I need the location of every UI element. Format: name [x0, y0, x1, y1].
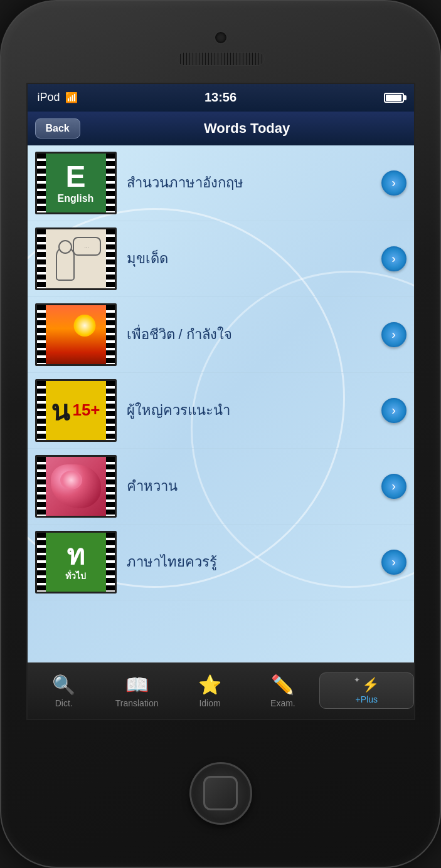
thai-word: ทั่วไป: [65, 569, 86, 583]
item-label: ผู้ใหญ่ควรแนะนำ: [117, 399, 381, 421]
tab-plus[interactable]: ✦ ⚡ +Plus: [319, 672, 413, 709]
thai-char: ท: [66, 541, 85, 569]
thumbnail-sunset: [35, 303, 117, 366]
status-time: 13:56: [205, 90, 236, 105]
list-item[interactable]: ท ทั่วไป ภาษาไทยควรรู้ ›: [28, 525, 414, 600]
item-label: มุขเด็ด: [117, 248, 381, 269]
translation-icon: 📖: [125, 674, 149, 696]
adult-rating: 15+: [72, 400, 100, 420]
chevron-button[interactable]: ›: [381, 398, 406, 423]
carrier-label: iPod: [38, 91, 60, 104]
dict-label: Dict.: [55, 698, 73, 708]
flower-visual: [51, 464, 101, 508]
dict-icon: 🔍: [52, 674, 75, 696]
exam-label: Exam.: [270, 698, 295, 708]
chevron-button[interactable]: ›: [381, 246, 406, 271]
adult-char: น: [51, 389, 70, 432]
page-title: Words Today: [88, 120, 406, 137]
thumbnail-thai: ท ทั่วไป: [35, 531, 117, 593]
thumbnail-adult: น 15+: [35, 379, 117, 442]
battery-icon: [384, 93, 404, 103]
idiom-icon: ⭐: [198, 674, 221, 696]
screen: iPod 📶 13:56 Back Words Today: [26, 83, 415, 720]
thumbnail-quote: ...: [35, 227, 117, 290]
e-letter: E: [65, 162, 85, 192]
chevron-button[interactable]: ›: [381, 550, 406, 575]
item-label: สำนวนภาษาอังกฤษ: [117, 172, 381, 194]
home-button[interactable]: [189, 762, 252, 825]
status-left: iPod 📶: [38, 91, 78, 104]
item-label: ภาษาไทยควรรู้: [117, 551, 381, 573]
home-button-inner: [203, 776, 238, 810]
tab-translation[interactable]: 📖 Translation: [100, 674, 173, 708]
nav-bar: Back Words Today: [28, 112, 414, 145]
tab-bar: 🔍 Dict. 📖 Translation ⭐ Idiom ✏️ Exam.: [28, 662, 414, 719]
tab-idiom[interactable]: ⭐ Idiom: [173, 674, 246, 708]
plus-icon-area: ✦ ⚡: [354, 677, 379, 693]
lightning-icon: ⚡: [362, 677, 379, 693]
list-item[interactable]: น 15+ ผู้ใหญ่ควรแนะนำ ›: [28, 373, 414, 449]
chevron-button[interactable]: ›: [381, 170, 406, 196]
thumbnail-flowers: [35, 455, 117, 518]
item-label: คำหวาน: [117, 475, 381, 497]
list-item[interactable]: E English สำนวนภาษาอังกฤษ ›: [28, 145, 414, 221]
chevron-button[interactable]: ›: [381, 322, 406, 347]
wifi-icon: 📶: [65, 92, 78, 103]
speaker: [177, 52, 265, 66]
quote-person: [56, 246, 75, 281]
quote-image: ...: [51, 237, 101, 281]
content-area: E English สำนวนภาษาอังกฤษ › ...: [28, 145, 414, 662]
battery-fill: [386, 95, 401, 101]
translation-label: Translation: [115, 698, 159, 708]
list-item[interactable]: เพื่อชีวิต / กำลังใจ ›: [28, 297, 414, 373]
exam-icon: ✏️: [271, 674, 294, 696]
tab-exam[interactable]: ✏️ Exam.: [247, 674, 319, 708]
back-button[interactable]: Back: [35, 118, 80, 139]
idiom-label: Idiom: [199, 698, 220, 708]
camera: [214, 31, 228, 44]
plus-star-icon: ✦: [354, 676, 360, 684]
list-item[interactable]: ... มุขเด็ด ›: [28, 221, 414, 297]
chevron-button[interactable]: ›: [381, 474, 406, 499]
list-item[interactable]: คำหวาน ›: [28, 449, 414, 525]
phone-top: [1, 1, 440, 83]
tab-dict[interactable]: 🔍 Dict.: [28, 674, 100, 708]
status-bar: iPod 📶 13:56: [28, 84, 414, 112]
thumbnail-english: E English: [35, 152, 117, 214]
item-label: เพื่อชีวิต / กำลังใจ: [117, 323, 381, 345]
sun-circle: [73, 315, 95, 337]
e-word: English: [58, 193, 94, 204]
quote-bubble: ...: [73, 237, 101, 256]
phone-bottom: [1, 720, 440, 867]
phone-device: iPod 📶 13:56 Back Words Today: [0, 0, 441, 868]
plus-label: +Plus: [356, 694, 378, 704]
